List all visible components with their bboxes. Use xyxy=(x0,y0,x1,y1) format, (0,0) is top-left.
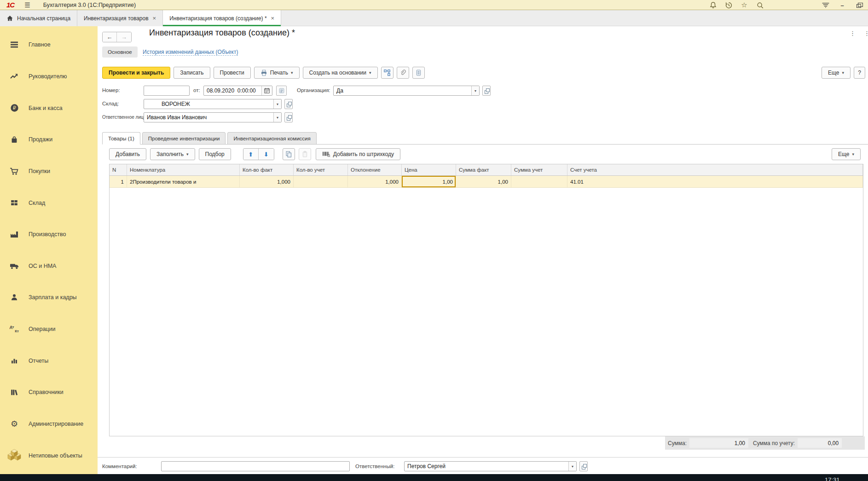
chevron-down-icon[interactable]: ▾ xyxy=(273,99,281,109)
trending-up-icon xyxy=(0,72,29,81)
col-header-account[interactable]: Счет учета xyxy=(567,164,863,175)
chevron-down-icon[interactable]: ▾ xyxy=(273,113,281,122)
functions-menu-icon[interactable] xyxy=(822,1,830,9)
cell-nomenclature[interactable]: 2Производители товаров и xyxy=(127,176,240,187)
col-header-nomenclature[interactable]: Номенклатура xyxy=(127,164,240,175)
open-warehouse-button[interactable] xyxy=(284,99,293,109)
col-header-deviation[interactable]: Отклонение xyxy=(348,164,402,175)
organization-select[interactable]: Да ▾ xyxy=(333,86,480,96)
forward-button[interactable]: → xyxy=(117,32,131,42)
cell-account[interactable]: 41.01 xyxy=(567,176,863,187)
cell-sum-fact[interactable]: 1,00 xyxy=(456,176,511,187)
document-tabs: Товары (1) Проведение инвентаризации Инв… xyxy=(102,132,318,145)
sidebar-item-sales[interactable]: Продажи xyxy=(0,124,98,156)
back-button[interactable]: ← xyxy=(103,32,117,42)
cell-qty-acc[interactable] xyxy=(294,176,348,187)
sidebar-item-manager[interactable]: Руководителю xyxy=(0,61,98,93)
shopping-bag-icon xyxy=(0,135,29,144)
chevron-down-icon[interactable]: ▾ xyxy=(568,462,576,471)
cell-deviation[interactable]: 1,000 xyxy=(348,176,402,187)
sidebar-item-warehouse[interactable]: Склад xyxy=(0,187,98,219)
close-tab-icon[interactable]: × xyxy=(153,15,156,22)
col-header-price[interactable]: Цена xyxy=(402,164,456,175)
col-header-qty-fact[interactable]: Кол-во факт xyxy=(240,164,294,175)
tab-goods[interactable]: Товары (1) xyxy=(102,132,140,145)
notifications-bell-icon[interactable] xyxy=(709,1,717,9)
attachments-button[interactable] xyxy=(397,67,409,79)
sidebar-item-purchases[interactable]: Покупки xyxy=(0,156,98,187)
cell-n[interactable]: 1 xyxy=(110,176,127,187)
close-tab-icon[interactable]: × xyxy=(271,15,275,22)
move-row-up-icon[interactable]: ⬆ xyxy=(243,149,259,160)
save-button[interactable]: Записать xyxy=(174,67,210,79)
fill-button[interactable]: Заполнить▾ xyxy=(150,148,195,160)
search-icon[interactable] xyxy=(756,1,764,9)
tab-inventory-execution[interactable]: Проведение инвентаризации xyxy=(142,132,226,145)
col-header-sum-acc[interactable]: Сумма учет xyxy=(511,164,567,175)
tab-main[interactable]: Основное xyxy=(102,46,138,58)
copy-row-button[interactable] xyxy=(283,148,295,160)
sidebar-item-production[interactable]: Производство xyxy=(0,219,98,250)
comment-input[interactable] xyxy=(161,461,350,471)
print-button[interactable]: Печать▾ xyxy=(254,67,300,79)
add-by-barcode-button[interactable]: Добавить по штрихкоду xyxy=(316,148,400,160)
sidebar-item-fixed-assets[interactable]: ОС и НМА xyxy=(0,250,98,282)
col-header-qty-acc[interactable]: Кол-во учет xyxy=(294,164,348,175)
number-input[interactable] xyxy=(144,86,190,96)
calendar-icon[interactable] xyxy=(261,86,272,95)
sidebar-item-custom-objects[interactable]: Нетиповые объекты xyxy=(0,440,98,471)
sidebar-item-reports[interactable]: Отчеты xyxy=(0,345,98,377)
more-menu-dots-icon[interactable]: ⋮ xyxy=(864,30,868,37)
cell-price-selected[interactable]: 1,00 xyxy=(402,176,456,187)
move-row-down-icon[interactable]: ⬇ xyxy=(259,149,274,160)
restore-window-icon[interactable] xyxy=(855,1,863,9)
col-header-sum-fact[interactable]: Сумма факт xyxy=(456,164,511,175)
post-button[interactable]: Провести xyxy=(214,67,251,79)
tab-home[interactable]: Начальная страница xyxy=(0,10,77,26)
responsible-select[interactable]: Петров Сергей ▾ xyxy=(404,461,577,471)
more-menu-dots-icon[interactable]: ⋮ xyxy=(850,30,856,37)
chevron-down-icon[interactable]: ▾ xyxy=(471,86,479,95)
favorites-star-icon[interactable]: ☆ xyxy=(740,1,748,9)
warehouse-select[interactable]: ВОРОНЕЖ ▾ xyxy=(144,99,282,109)
sidebar-item-salary-hr[interactable]: Зарплата и кадры xyxy=(0,282,98,313)
date-label: от: xyxy=(193,86,200,95)
sidebar-item-directories[interactable]: Справочники xyxy=(0,377,98,408)
paperclip-icon xyxy=(399,70,406,76)
date-input[interactable]: 08.09.2020 0:00:00 xyxy=(203,86,272,96)
open-responsible-button[interactable] xyxy=(579,461,588,471)
cell-qty-fact[interactable]: 1,000 xyxy=(240,176,294,187)
sidebar-item-administration[interactable]: ⚙ Администрирование xyxy=(0,408,98,440)
more-button[interactable]: Еще▾ xyxy=(822,67,851,79)
data-change-history-link[interactable]: История изменений данных (Объект) xyxy=(143,49,238,56)
document-toolbar: Провести и закрыть Записать Провести Печ… xyxy=(102,67,425,79)
create-based-on-button[interactable]: Создать на основании▾ xyxy=(303,67,378,79)
cell-sum-acc[interactable] xyxy=(511,176,567,187)
post-and-close-button[interactable]: Провести и закрыть xyxy=(102,67,170,79)
open-organization-button[interactable] xyxy=(482,86,491,96)
history-icon[interactable] xyxy=(724,1,733,9)
sidebar-item-bank-cash[interactable]: ₽ Банк и касса xyxy=(0,92,98,124)
col-header-n[interactable]: N xyxy=(110,164,127,175)
paste-row-button[interactable] xyxy=(299,148,311,160)
pick-button[interactable]: Подбор xyxy=(199,148,231,160)
tab-label: Инвентаризация товаров xyxy=(84,15,148,22)
document-log-button[interactable] xyxy=(276,86,287,96)
page-title: Инвентаризация товаров (создание) * xyxy=(149,28,295,38)
responsible-label: Ответственный: xyxy=(355,461,394,472)
main-menu-icon[interactable]: ☰ xyxy=(24,1,30,9)
table-more-button[interactable]: Еще▾ xyxy=(832,148,861,160)
responsible-person-select[interactable]: Иванов Иван Иванович ▾ xyxy=(144,112,282,122)
tab-inventory-list[interactable]: Инвентаризация товаров × xyxy=(77,10,163,26)
organization-label: Организация: xyxy=(297,86,330,95)
tab-inventory-create[interactable]: Инвентаризация товаров (создание) * × xyxy=(163,10,281,26)
help-button[interactable]: ? xyxy=(854,67,865,79)
related-documents-button[interactable] xyxy=(381,67,393,79)
add-row-button[interactable]: Добавить xyxy=(109,148,146,160)
sidebar-item-main[interactable]: Главное xyxy=(0,29,98,61)
minimize-window-icon[interactable]: – xyxy=(838,1,846,9)
notes-button[interactable] xyxy=(412,67,425,79)
sidebar-item-operations[interactable]: ДтКт Операции xyxy=(0,313,98,345)
tab-inventory-commission[interactable]: Инвентаризационная комиссия xyxy=(227,132,316,145)
open-responsible-person-button[interactable] xyxy=(284,112,293,122)
